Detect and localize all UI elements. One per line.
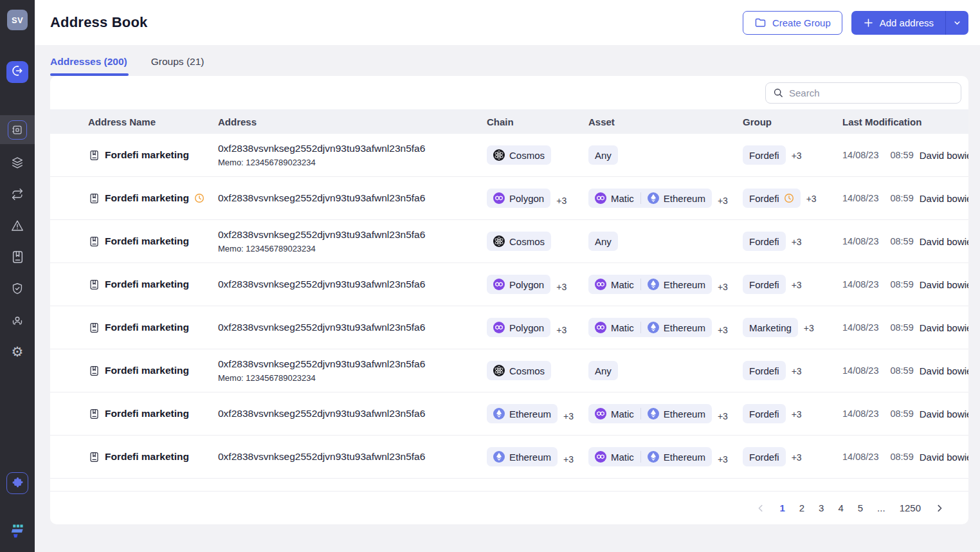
extension-button[interactable]	[6, 472, 28, 494]
layers-icon	[10, 156, 24, 170]
add-address-button[interactable]: Add address	[851, 11, 945, 35]
chain-cell: Polygon+3	[487, 275, 588, 294]
asset-label: Matic	[611, 279, 634, 290]
table-row[interactable]: Fordefi marketing 0xf2838vsvnkseg2552djv…	[50, 306, 968, 349]
sidebar-item-address-book[interactable]	[0, 241, 35, 273]
address-memo: Memo: 123456789023234	[218, 373, 487, 383]
asset-label: Matic	[611, 193, 634, 204]
group-label: Fordefi	[749, 409, 779, 419]
contact-book-icon	[89, 365, 100, 376]
address-value: 0xf2838vsvnkseg2552djvn93tu93afwnl23n5fa…	[218, 451, 487, 463]
group-label: Fordefi	[749, 365, 779, 376]
address-name: Fordefi marketing	[105, 322, 189, 333]
polygon-icon	[595, 279, 606, 290]
asset-badge: Any	[588, 232, 618, 251]
asset-badge: MaticEthereum	[588, 318, 712, 337]
table-row[interactable]: Fordefi marketing 0xf2838vsvnkseg2552djv…	[50, 177, 968, 220]
asset-label: Any	[595, 150, 612, 161]
chain-cell: Cosmos	[487, 361, 588, 380]
page-number[interactable]: 1250	[900, 502, 921, 513]
chain-badge: Cosmos	[487, 145, 551, 165]
search-box	[765, 82, 961, 104]
next-page-icon[interactable]	[935, 504, 944, 513]
contact-book-icon	[89, 236, 100, 247]
page-number[interactable]: 2	[799, 502, 804, 513]
asset-cell: MaticEthereum+3	[588, 275, 743, 294]
address-name: Fordefi marketing	[105, 408, 189, 419]
warning-icon	[10, 219, 24, 233]
group-badge: Fordefi	[743, 447, 786, 466]
modification-user: David bowie	[920, 236, 968, 247]
avatar[interactable]: SV	[7, 10, 28, 30]
address-memo: Memo: 123456789023234	[218, 158, 487, 167]
asset-badge: MaticEthereum	[588, 447, 712, 466]
transfer-button[interactable]	[6, 61, 28, 83]
table-row[interactable]: Fordefi marketing 0xf2838vsvnkseg2552djv…	[50, 392, 968, 436]
modification-user: David bowie	[920, 322, 968, 333]
asset-label: Any	[595, 365, 612, 376]
group-badge: Marketing	[743, 318, 798, 337]
badge-divider	[640, 408, 641, 419]
asset-extra-count: +3	[718, 454, 728, 465]
polygon-icon	[493, 322, 505, 333]
badge-divider	[640, 322, 641, 333]
sidebar-item-security[interactable]	[0, 273, 35, 304]
table-row[interactable]: Fordefi marketing 0xf2838vsvnkseg2552djv…	[50, 263, 968, 306]
address-value: 0xf2838vsvnkseg2552djvn93tu93afwnl23n5fa…	[218, 408, 487, 419]
address-name: Fordefi marketing	[105, 279, 189, 290]
table-row[interactable]: Fordefi marketing 0xf2838vsvnkseg2552djv…	[50, 220, 968, 263]
asset-label: Any	[595, 236, 612, 247]
modification-date: 14/08/23	[842, 322, 878, 333]
page-number[interactable]: 1	[779, 502, 785, 513]
gear-icon: ⚙	[12, 345, 24, 358]
fordefi-logo	[8, 524, 26, 543]
sidebar-item-settings[interactable]: ⚙	[0, 336, 35, 367]
address-value: 0xf2838vsvnkseg2552djvn93tu93afwnl23n5fa…	[218, 322, 487, 333]
prev-page-icon[interactable]	[756, 504, 765, 513]
create-group-button[interactable]: Create Group	[743, 11, 842, 35]
asset-label: Matic	[611, 322, 634, 333]
asset-label: Ethereum	[664, 193, 705, 204]
asset-label: Ethereum	[664, 409, 705, 419]
group-cell: Fordefi+3	[743, 189, 842, 208]
add-address-dropdown-button[interactable]	[945, 11, 968, 35]
group-cell: Fordefi+3	[743, 361, 842, 380]
chain-cell: Cosmos	[487, 232, 588, 251]
addresses-panel: Address NameAddressChainAssetGroupLast M…	[50, 76, 968, 524]
group-label: Fordefi	[749, 193, 779, 204]
chain-label: Polygon	[509, 193, 544, 204]
page-number[interactable]: 4	[838, 502, 843, 513]
group-label: Fordefi	[749, 279, 779, 290]
sidebar-item-vaults[interactable]	[0, 115, 35, 144]
table-row[interactable]: Fordefi marketing 0xf2838vsvnkseg2552djv…	[50, 134, 968, 177]
page-number[interactable]: 3	[819, 502, 824, 513]
address-value: 0xf2838vsvnkseg2552djvn93tu93afwnl23n5fa…	[218, 358, 487, 370]
tab-addresses[interactable]: Addresses (200)	[50, 56, 127, 76]
modification-date: 14/08/23	[842, 409, 878, 419]
group-badge: Fordefi	[743, 232, 786, 251]
table-row[interactable]: Fordefi marketing 0xf2838vsvnkseg2552djv…	[50, 436, 968, 479]
search-input[interactable]	[789, 87, 954, 98]
cosmos-icon	[493, 149, 505, 161]
asset-cell: Any	[588, 232, 743, 251]
table-row[interactable]: Fordefi marketing 0xf2838vsvnkseg2552djv…	[50, 349, 968, 392]
sidebar-item-assets[interactable]	[0, 147, 35, 178]
modification-time: 08:59	[890, 322, 913, 333]
group-badge: Fordefi	[743, 404, 786, 423]
chain-badge: Polygon	[487, 275, 550, 294]
ethereum-icon	[648, 322, 659, 333]
group-extra-count: +3	[792, 366, 802, 376]
cosmos-icon	[493, 365, 505, 376]
column-header: Last Modification	[842, 116, 968, 127]
contact-book-icon	[89, 452, 100, 463]
tab-bar: Addresses (200) Groups (21)	[35, 45, 980, 76]
address-value: 0xf2838vsvnkseg2552djvn93tu93afwnl23n5fa…	[218, 229, 487, 241]
pagination: 12345...1250	[50, 491, 968, 524]
polygon-icon	[595, 192, 606, 204]
main-content: Address Book Create Group Add a	[35, 0, 980, 552]
sidebar-item-users[interactable]	[0, 304, 35, 336]
sidebar-item-transactions[interactable]	[0, 178, 35, 210]
tab-groups[interactable]: Groups (21)	[151, 56, 204, 76]
page-number[interactable]: 5	[858, 502, 863, 513]
sidebar-item-alerts[interactable]	[0, 210, 35, 241]
